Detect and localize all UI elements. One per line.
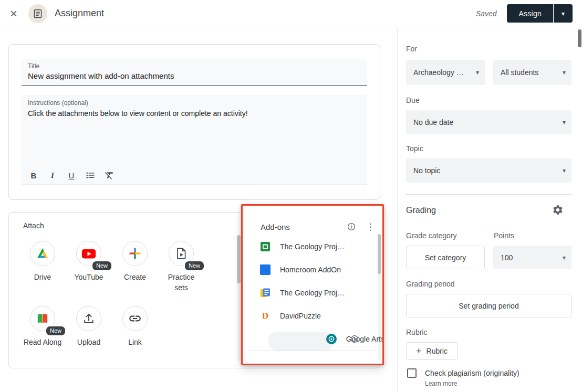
assign-split-button: Assign ▾ xyxy=(507,4,573,23)
addon-item-label: DavidPuzzle xyxy=(280,312,321,320)
drive-icon xyxy=(30,241,55,266)
learn-more-link[interactable]: Learn more xyxy=(425,380,457,387)
addon-item-label: Homeroom AddOn xyxy=(280,266,341,274)
google-arts-culture-addon-icon xyxy=(326,334,337,344)
new-badge: New xyxy=(45,325,66,336)
geology-addon-icon xyxy=(260,241,271,252)
topic-select[interactable]: No topic ▾ xyxy=(406,158,571,183)
bulleted-list-icon xyxy=(85,170,96,181)
rubric-label: Rubric xyxy=(406,328,427,336)
attach-item-practice-sets[interactable]: New Practice sets xyxy=(158,241,204,293)
addon-info-button[interactable] xyxy=(350,334,359,344)
attach-item-create[interactable]: Create xyxy=(112,241,158,293)
rubric-button[interactable]: + Rubric xyxy=(406,342,458,360)
topbar: × Assignment Saved Assign ▾ xyxy=(0,0,582,27)
new-badge: New xyxy=(91,260,112,271)
attach-row-2: New Read Along Upload Link xyxy=(19,306,158,347)
page-title: Assignment xyxy=(55,8,104,19)
addon-item-geology-2[interactable]: The Geology Proj… xyxy=(243,281,382,304)
due-date-select-value: No due date xyxy=(413,118,453,126)
set-grading-period-label: Set grading period xyxy=(459,302,518,310)
set-grading-period-button[interactable]: Set grading period xyxy=(406,294,571,317)
attach-item-youtube[interactable]: New YouTube xyxy=(66,241,112,293)
attach-section-label: Attach xyxy=(23,221,44,230)
close-button[interactable]: × xyxy=(5,5,22,22)
assign-dropdown-button[interactable]: ▾ xyxy=(554,4,573,23)
homeroom-addon-icon xyxy=(260,264,271,275)
assignment-clipboard-icon xyxy=(32,8,44,19)
attach-item-link[interactable]: Link xyxy=(112,306,158,347)
underline-icon: U xyxy=(69,171,75,180)
points-select[interactable]: 100 ▾ xyxy=(493,246,571,269)
upload-icon xyxy=(76,306,101,331)
save-status: Saved xyxy=(476,9,497,18)
attach-scrollbar-thumb[interactable] xyxy=(237,235,241,283)
grading-section-title: Grading xyxy=(406,206,436,215)
info-icon xyxy=(347,222,356,231)
create-plus-icon xyxy=(122,241,148,266)
instructions-field-label: Instructions (optional) xyxy=(22,95,367,107)
clear-formatting-icon xyxy=(104,170,115,181)
underline-button[interactable]: U xyxy=(64,167,79,183)
attach-item-label: YouTube xyxy=(69,272,109,282)
instructions-field[interactable]: Instructions (optional) Click the attach… xyxy=(22,95,367,185)
students-select[interactable]: All students ▾ xyxy=(493,60,571,85)
assignment-editor: × Assignment Saved Assign ▾ Title New as… xyxy=(0,0,582,392)
class-select-value: Archaeology … xyxy=(413,68,464,77)
title-field[interactable]: Title New assignment with add-on attachm… xyxy=(22,59,367,86)
plagiarism-label: Check plagiarism (originality) xyxy=(425,369,519,377)
addons-overflow-button[interactable]: ⋮ xyxy=(366,221,375,232)
assign-button[interactable]: Assign xyxy=(507,4,553,23)
title-field-label: Title xyxy=(28,62,361,70)
attach-item-upload[interactable]: Upload xyxy=(66,306,112,347)
grading-period-label: Grading period xyxy=(406,280,455,288)
chevron-down-icon: ▾ xyxy=(563,69,566,76)
points-label: Points xyxy=(494,231,514,240)
addons-title: Add-ons xyxy=(261,223,290,231)
chevron-down-icon: ▾ xyxy=(476,69,479,76)
addon-item-google-arts-culture[interactable]: Google Arts & Cu… xyxy=(243,327,382,351)
attach-item-label: Read Along xyxy=(23,337,63,347)
plus-icon: + xyxy=(416,346,422,357)
attach-item-drive[interactable]: Drive xyxy=(19,241,66,293)
addon-item-davidpuzzle[interactable]: D DavidPuzzle xyxy=(243,304,382,327)
chevron-down-icon: ▾ xyxy=(563,119,566,126)
due-date-select[interactable]: No due date ▾ xyxy=(406,110,571,134)
attach-row-1: Drive New YouTube Create xyxy=(19,241,204,293)
chevron-down-icon: ▾ xyxy=(562,10,565,17)
addon-item-label: The Geology Proj… xyxy=(280,242,345,251)
bulleted-list-button[interactable] xyxy=(82,167,98,183)
addons-info-button[interactable] xyxy=(347,222,356,231)
plagiarism-checkbox[interactable] xyxy=(407,368,417,378)
attach-item-label: Create xyxy=(115,272,155,282)
class-select[interactable]: Archaeology … ▾ xyxy=(406,60,485,85)
attach-item-label: Upload xyxy=(69,337,109,347)
addons-scrollbar-thumb[interactable] xyxy=(378,234,381,274)
attach-item-read-along[interactable]: New Read Along xyxy=(19,306,66,347)
italic-button[interactable]: I xyxy=(45,167,60,183)
grade-category-label: Grade category xyxy=(406,231,457,240)
page-scrollbar-thumb[interactable] xyxy=(578,29,581,47)
addon-item-geology-1[interactable]: The Geology Proj… xyxy=(243,235,382,258)
davidpuzzle-addon-icon: D xyxy=(260,311,271,321)
new-badge: New xyxy=(184,260,205,271)
clear-formatting-button[interactable] xyxy=(101,167,117,183)
attach-item-label: Drive xyxy=(23,272,63,282)
title-field-value: New assignment with add-on attachments xyxy=(28,71,361,80)
addon-item-homeroom[interactable]: Homeroom AddOn xyxy=(243,258,382,281)
close-icon: × xyxy=(10,6,17,21)
geology-addon-icon-2 xyxy=(260,288,271,298)
assignment-type-badge xyxy=(28,4,47,23)
topic-label: Topic xyxy=(406,144,423,153)
grading-settings-button[interactable] xyxy=(552,204,564,216)
bold-button[interactable]: B xyxy=(26,167,41,183)
addons-header: Add-ons ⋮ xyxy=(243,206,382,235)
assignment-details-card: Title New assignment with add-on attachm… xyxy=(8,44,380,200)
attach-item-label: Practice sets xyxy=(161,272,201,293)
link-icon xyxy=(122,306,148,331)
set-category-select[interactable]: Set category xyxy=(406,246,485,269)
format-toolbar: B I U xyxy=(26,167,117,183)
attach-scrollbar-track[interactable] xyxy=(237,235,241,361)
chevron-down-icon: ▾ xyxy=(563,254,566,261)
selected-addon-highlight xyxy=(268,332,334,351)
